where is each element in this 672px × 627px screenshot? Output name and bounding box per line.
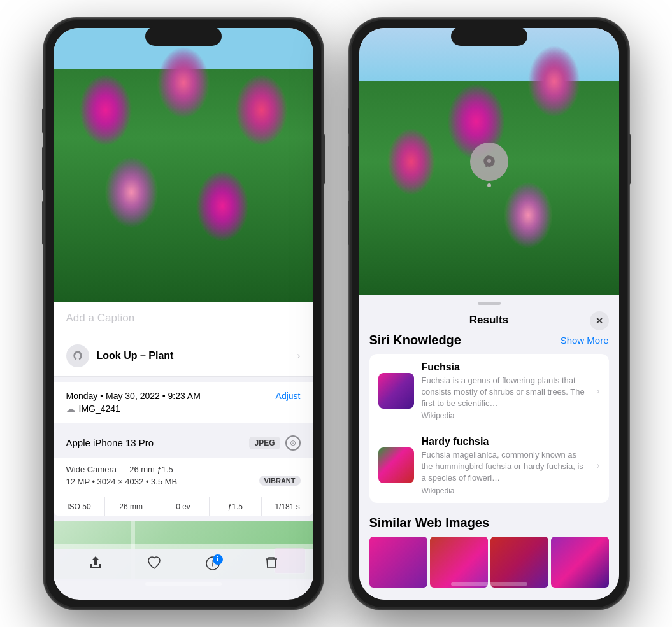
- exif-ev: 0 ev: [157, 497, 210, 516]
- phone-1: Add a Caption Look Up – Plant ›: [43, 18, 324, 610]
- trash-icon: [264, 555, 279, 570]
- similar-image-1[interactable]: [369, 537, 427, 588]
- volume-down-button-2: [348, 201, 350, 245]
- results-sheet: Results ✕ Siri Knowledge Show More: [359, 295, 619, 600]
- volume-up-button-2: [348, 146, 350, 191]
- adjust-button[interactable]: Adjust: [276, 391, 301, 401]
- image-filename: IMG_4241: [79, 404, 120, 414]
- vibrant-badge: VIBRANT: [259, 476, 301, 486]
- similar-section: Similar Web Images: [359, 509, 619, 594]
- camera-details: Wide Camera — 26 mm ƒ1.5 12 MP • 3024 × …: [54, 458, 313, 495]
- siri-knowledge-section: Siri Knowledge Show More: [359, 333, 619, 509]
- photo-display[interactable]: [54, 28, 313, 302]
- close-button[interactable]: ✕: [590, 311, 609, 330]
- exif-row: ISO 50 26 mm 0 ev ƒ1.5 1/181 s: [54, 497, 313, 516]
- similar-images-row: [369, 537, 609, 588]
- volume-down-button: [42, 201, 45, 245]
- date-section: Monday • May 30, 2022 • 9:23 AM Adjust ☁…: [54, 382, 313, 423]
- exif-iso: ISO 50: [54, 497, 106, 516]
- toolbar: i: [54, 549, 313, 581]
- share-icon: [88, 555, 103, 570]
- bottom-spacer: [54, 579, 313, 600]
- wide-camera-text: Wide Camera — 26 mm ƒ1.5: [66, 465, 301, 474]
- fuchsia-thumb-img: [378, 373, 414, 409]
- fuchsia-chevron-icon: ›: [597, 386, 600, 396]
- phone-frame-2: Results ✕ Siri Knowledge Show More: [349, 18, 629, 610]
- heart-icon: [147, 555, 162, 570]
- info-badge-label: i: [217, 556, 218, 563]
- similar-image-4[interactable]: [551, 537, 609, 588]
- camera-row: Apple iPhone 13 Pro JPEG ⊙: [54, 428, 313, 458]
- hardy-desc: Fuchsia magellanica, commonly known as t…: [422, 449, 589, 484]
- caption-placeholder[interactable]: Add a Caption: [66, 312, 135, 324]
- hardy-thumb-img: [378, 447, 414, 483]
- info-button[interactable]: i: [205, 556, 220, 574]
- camera-model: Apple iPhone 13 Pro: [66, 437, 154, 448]
- date-text: Monday • May 30, 2022 • 9:23 AM: [66, 391, 201, 401]
- phone-screen-2: Results ✕ Siri Knowledge Show More: [359, 28, 619, 600]
- delete-button[interactable]: [264, 555, 279, 574]
- photo-display-2[interactable]: [359, 28, 619, 295]
- exif-shutter: 1/181 s: [262, 497, 313, 516]
- fuchsia-thumbnail: [378, 373, 414, 409]
- fuchsia-title: Fuchsia: [422, 362, 589, 373]
- mp-info-text: 12 MP • 3024 × 4032 • 3.5 MB VIBRANT: [66, 477, 301, 486]
- phone-frame-1: Add a Caption Look Up – Plant ›: [43, 18, 324, 610]
- hardy-source: Wikipedia: [422, 486, 589, 495]
- settings-circle-icon[interactable]: ⊙: [285, 435, 301, 451]
- share-button[interactable]: [88, 555, 103, 574]
- hardy-chevron-icon: ›: [597, 460, 600, 470]
- section-header: Siri Knowledge Show More: [369, 333, 609, 348]
- results-scroll[interactable]: Siri Knowledge Show More: [359, 333, 619, 600]
- bottom-spacer-2: [359, 594, 619, 600]
- fuchsia-content: Fuchsia Fuchsia is a genus of flowering …: [422, 362, 589, 421]
- visual-lookup-icon-2: [480, 152, 499, 171]
- lookup-text: Look Up – Plant: [97, 350, 174, 362]
- visual-lookup-button[interactable]: [470, 143, 508, 181]
- mute-button: [42, 108, 45, 134]
- lookup-chevron-icon: ›: [297, 350, 300, 362]
- results-header: Results ✕: [359, 305, 619, 333]
- hardy-content: Hardy fuchsia Fuchsia magellanica, commo…: [422, 436, 589, 495]
- knowledge-card: Fuchsia Fuchsia is a genus of flowering …: [369, 354, 609, 503]
- results-title: Results: [469, 314, 508, 327]
- svg-point-1: [487, 159, 490, 162]
- visual-lookup-icon: [66, 344, 89, 367]
- exif-focal: 26 mm: [105, 497, 157, 516]
- exif-aperture: ƒ1.5: [210, 497, 262, 516]
- cloud-icon: ☁: [66, 404, 75, 414]
- camera-info-card: Apple iPhone 13 Pro JPEG ⊙ Wide Camera —…: [54, 428, 313, 516]
- hardy-title: Hardy fuchsia: [422, 436, 589, 447]
- home-indicator-2[interactable]: [451, 582, 527, 586]
- power-button-2: [628, 134, 631, 185]
- similar-image-2[interactable]: [430, 537, 488, 588]
- leaf-icon: [71, 349, 84, 362]
- siri-knowledge-title: Siri Knowledge: [369, 333, 461, 348]
- caption-section[interactable]: Add a Caption: [54, 302, 313, 335]
- volume-up-button: [42, 146, 45, 191]
- home-indicator[interactable]: [145, 582, 222, 586]
- phone-screen-1: Add a Caption Look Up – Plant ›: [54, 28, 313, 600]
- knowledge-item-fuchsia[interactable]: Fuchsia Fuchsia is a genus of flowering …: [369, 354, 609, 429]
- phone-2: Results ✕ Siri Knowledge Show More: [349, 18, 629, 610]
- jpeg-badge: JPEG: [249, 437, 280, 449]
- lookup-row[interactable]: Look Up – Plant ›: [54, 335, 313, 377]
- camera-badges: JPEG ⊙: [249, 435, 300, 451]
- info-badge: i: [213, 554, 223, 565]
- mute-button-2: [348, 108, 350, 134]
- knowledge-item-hardy[interactable]: Hardy fuchsia Fuchsia magellanica, commo…: [369, 428, 609, 503]
- favorite-button[interactable]: [147, 555, 162, 574]
- power-button: [322, 134, 325, 185]
- hardy-thumbnail: [378, 447, 414, 483]
- fuchsia-desc: Fuchsia is a genus of flowering plants t…: [422, 375, 589, 410]
- similar-title: Similar Web Images: [369, 516, 609, 530]
- visual-lookup-dot: [487, 183, 491, 187]
- show-more-button[interactable]: Show More: [561, 335, 609, 346]
- settings-dot-icon: ⊙: [290, 439, 296, 447]
- flower-image: [54, 28, 313, 302]
- similar-image-3[interactable]: [490, 537, 548, 588]
- fuchsia-source: Wikipedia: [422, 411, 589, 420]
